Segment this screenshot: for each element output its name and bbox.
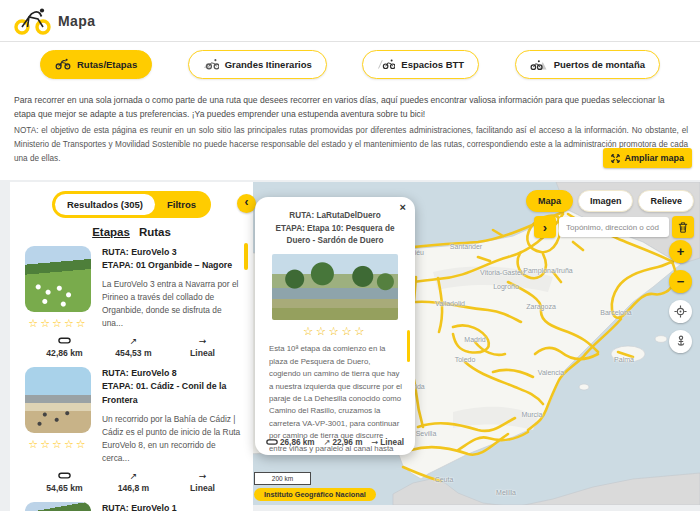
elevation-stat: ↗146,8 m [99,471,168,494]
type-stat: →Lineal [168,336,237,359]
rating-stars[interactable]: ☆☆☆☆☆ [28,317,87,330]
marker-tool-button[interactable] [669,330,692,353]
route-card-eurovelo8[interactable]: ☆☆☆☆☆ RUTA: EuroVelo 8 ETAPA: 01. Cádiz … [10,359,253,493]
tab-filtros[interactable]: Filtros [155,194,208,215]
map-label: Barcelona [600,309,632,316]
distance-icon [30,336,99,348]
route-stats: 42,86 km ↗454,53 m →Lineal [30,336,237,359]
map-label: Pamplona/Iruña [523,267,572,274]
popup-scrollbar[interactable] [407,330,410,362]
layer-relieve[interactable]: Relieve [638,190,694,212]
route-card-eurovelo3[interactable]: ☆☆☆☆☆ RUTA: EuroVelo 3 ETAPA: 01 Organbi… [10,238,253,359]
tab-label: Espacios BTT [401,59,464,70]
tab-label: Grandes Itinerarios [225,59,312,70]
map-label: Toledo [455,356,476,363]
btt-trail-icon [377,58,395,70]
map-label: Logroño [493,283,519,290]
route-card-eurovelo1[interactable]: ☆☆☆☆☆ RUTA: EuroVelo 1 ETAPA: 01. Irun –… [10,494,253,511]
route-description: La EuroVelo 3 entra a Navarra por el Pir… [102,278,243,330]
map-label: Murcia [521,411,542,418]
search-input[interactable] [559,217,669,237]
distance-icon [266,437,278,447]
app-header: Mapa [0,0,700,42]
rating-stars[interactable]: ☆☆☆☆☆ [28,438,87,451]
geolocate-button[interactable] [669,300,692,323]
zoom-in-button[interactable]: + [669,240,692,263]
link-etapas[interactable]: Etapas [92,226,130,238]
map-label: Ceuta [435,476,454,483]
linear-icon: → [168,471,237,483]
route-name: RUTA: EuroVelo 8 [102,367,243,380]
map-controls: + − [669,240,692,353]
distance-icon [30,471,99,483]
route-name: RUTA: EuroVelo 1 [102,502,243,511]
map-label: Zaragoza [526,303,556,310]
tab-label: Rutas/Etapas [77,59,137,70]
popup-elevation: ↗22,96 m [324,437,363,447]
clear-search-button[interactable] [672,216,694,238]
layer-mapa[interactable]: Mapa [526,190,573,212]
elevation-icon: ↗ [324,437,331,447]
route-thumbnail [25,246,91,312]
results-panel: Resultados (305) Filtros EtapasRutas ☆☆☆… [10,182,253,511]
result-type-links: EtapasRutas [10,226,253,238]
page-title: Mapa [58,13,95,29]
stage-name: ETAPA: 01. Cádiz - Conil de la Frontera [102,380,243,406]
cyclist-logo-icon [13,7,53,35]
route-thumbnail [25,367,91,433]
map-label: Santander [450,243,482,250]
popup-rating-stars[interactable]: ☆☆☆☆☆ [255,324,415,338]
link-rutas[interactable]: Rutas [139,226,171,238]
elevation-icon: ↗ [99,336,168,348]
cyclist-icon [203,58,219,70]
cyclist-icon [55,58,71,70]
popup-distance: 26,86 km [266,437,315,447]
route-stats: 54,65 km ↗146,8 m →Lineal [30,471,237,494]
tab-resultados[interactable]: Resultados (305) [55,194,155,215]
chevron-right-icon: › [543,220,547,235]
popup-photo [272,254,398,320]
popup-route-name: RUTA: LaRutaDelDuero [268,210,402,223]
map-scale: 200 km [254,472,311,485]
route-description: Un recorrido por la Bahía de Cádiz | Cád… [102,413,243,465]
route-name: RUTA: EuroVelo 3 [102,246,243,259]
tab-grandes-itinerarios[interactable]: Grandes Itinerarios [188,50,327,79]
linear-icon: → [168,336,237,348]
popup-stage-name: ETAPA: Etapa 10: Pesquera de Duero - Sar… [268,223,402,248]
map-label: Valencia [538,369,564,376]
nota-paragraph: NOTA: el objetivo de esta página es reun… [14,124,688,166]
stage-popup: × RUTA: LaRutaDelDuero ETAPA: Etapa 10: … [255,197,415,455]
tab-espacios-btt[interactable]: Espacios BTT [362,50,479,79]
popup-type: →Lineal [371,437,404,447]
elevation-stat: ↗454,53 m [99,336,168,359]
stage-name: ETAPA: 01 Organbide – Nagore [102,259,243,272]
elevation-icon: ↗ [99,471,168,483]
layer-imagen[interactable]: Imagen [578,190,634,212]
tab-puertos-montana[interactable]: Puertos de montaña [515,50,660,79]
panel-scrollbar[interactable] [244,243,248,270]
panel-collapse-button[interactable]: ‹ [237,194,256,213]
expand-icon [611,154,620,163]
map-attribution[interactable]: Instituto Geográfico Nacional [254,488,376,501]
intro-paragraph: Para recorrer en una sola jornada o como… [14,93,688,121]
map-search-bar: › [534,216,694,238]
chevron-left-icon: ‹ [245,195,249,209]
search-collapse-button[interactable]: › [534,216,556,238]
route-thumbnail [25,502,91,511]
map-label: Valladolid [435,300,465,307]
popup-stats: 26,86 km ↗22,96 m →Lineal [266,437,404,447]
close-icon[interactable]: × [400,201,406,213]
expand-map-button[interactable]: Ampliar mapa [603,148,692,168]
map-label: Palma [614,356,634,363]
trash-icon [678,221,688,234]
crosshair-icon [674,305,687,318]
map-label: Sevilla [416,430,437,437]
mountain-cyclist-icon [530,58,548,71]
panel-tabs: Resultados (305) Filtros [52,191,211,218]
map-label: Vitoria-Gasteiz [480,269,526,276]
expand-map-label: Ampliar mapa [624,153,684,163]
linear-icon: → [371,437,378,447]
zoom-out-button[interactable]: − [669,270,692,293]
tab-rutas-etapas[interactable]: Rutas/Etapas [40,50,152,79]
anchor-marker-icon [675,335,687,348]
